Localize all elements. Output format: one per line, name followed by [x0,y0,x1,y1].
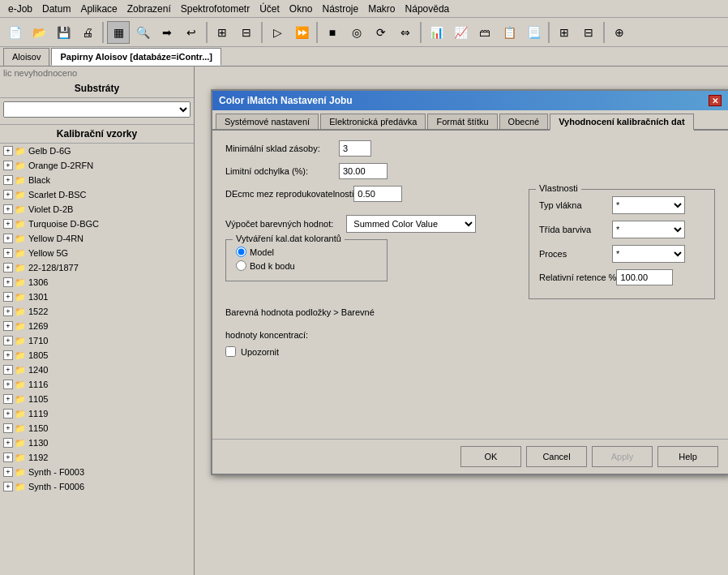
tab-aloisov[interactable]: Aloisov [3,48,49,66]
substrates-section: Substráty [0,79,194,125]
menu-okno[interactable]: Okno [285,2,318,16]
grid3-button[interactable]: ⊞ [553,21,576,44]
tree-item[interactable]: +📁1119 [0,406,194,421]
menu-ucet[interactable]: Účet [255,2,285,16]
view-button[interactable]: ▦ [107,21,130,44]
menu-nastroje[interactable]: Nástroje [318,2,364,16]
bottom-section: Barevná hodnota podložky > Barevné hodno… [225,307,503,357]
proces-select[interactable]: * [612,245,685,263]
tree-item[interactable]: +📁Synth - F0003 [0,465,194,479]
search-button[interactable]: 🔍 [131,21,154,44]
bottom-text-1: Barevná hodnota podložky > Barevné [225,307,503,317]
typ-vlakna-select[interactable]: * [612,196,685,214]
rotate-button[interactable]: ⟳ [370,21,392,44]
grid-button[interactable]: ⊞ [211,21,233,44]
menu-makro[interactable]: Makro [363,2,400,16]
dialog-tab-elektronicka[interactable]: Elektronická předávka [320,114,426,129]
tree-item[interactable]: +📁1269 [0,319,194,333]
new-button[interactable]: 📄 [3,21,26,44]
menu-zobrazeni[interactable]: Zobrazení [122,2,176,16]
dialog-right: Vlastnosti Typ vlákna * Třída barviva * [529,140,715,363]
media-button[interactable]: ▷ [266,21,289,44]
tree-item[interactable]: +📁22-128/1877 [0,260,194,275]
open-button[interactable]: 📂 [28,21,50,44]
tree-item[interactable]: +📁Gelb D-6G [0,144,194,158]
extra-button[interactable]: ⊕ [608,21,631,44]
print-button[interactable]: 🖨 [76,21,99,44]
ok-button[interactable]: OK [460,446,521,467]
menu-ejob[interactable]: e-Job [3,2,37,16]
tree-item[interactable]: +📁1522 [0,304,194,319]
dialog-tab-vyhodnoceni[interactable]: Vyhodnocení kalibračních dat [550,114,693,131]
tree-item[interactable]: +📁1301 [0,290,194,304]
tree-item[interactable]: +📁Black [0,173,194,187]
chart-button[interactable]: 📈 [449,21,472,44]
limitni-input[interactable] [339,163,388,179]
substrate-select[interactable] [3,101,191,118]
tree-item[interactable]: +📁Yellow D-4RN [0,231,194,246]
dialog-tab-format[interactable]: Formát štítku [427,114,497,129]
tree-item[interactable]: +📁Orange D-2RFN [0,158,194,173]
help-button[interactable]: Help [657,446,718,467]
trida-barviva-select[interactable]: * [612,221,685,238]
menu-aplikace[interactable]: Aplikace [75,2,122,16]
media2-button[interactable]: ⏩ [290,21,313,44]
undo-button[interactable]: ↩ [180,21,203,44]
measure-button[interactable]: ⇔ [394,21,417,44]
menu-datum[interactable]: Datum [37,2,75,16]
tree-item[interactable]: +📁1130 [0,436,194,450]
relativni-input[interactable] [616,269,673,285]
limitni-label: Limitní odchylka (%): [225,166,339,176]
radio-model[interactable] [236,247,246,257]
tree-container[interactable]: +📁Gelb D-6G+📁Orange D-2RFN+📁Black+📁Scarl… [0,144,194,533]
table-button[interactable]: 📋 [498,21,520,44]
tree-item[interactable]: +📁1805 [0,348,194,363]
radio-model-row: Model [236,247,377,257]
grid4-button[interactable]: ⊟ [577,21,600,44]
apply-button[interactable]: Apply [592,446,653,467]
menu-napoveda[interactable]: Nápověda [400,2,455,16]
dialog-tab-obecne[interactable]: Obecné [499,114,549,129]
tree-item[interactable]: +📁1150 [0,421,194,436]
dialog-tabs: Systémové nastavení Elektronická předávk… [212,110,728,131]
tree-item[interactable]: +📁1710 [0,333,194,348]
tree-item[interactable]: +📁Turquoise D-BGC [0,217,194,231]
circle-button[interactable]: ◎ [345,21,368,44]
arrow-button[interactable]: ➡ [156,21,178,44]
bottom-text-2: hodnoty koncentrací: [225,330,503,340]
tab-papirny-label: Papirny Aloisov [databáze=iContr...] [60,52,212,62]
cancel-button[interactable]: Cancel [526,446,587,467]
spectro-button[interactable]: 📊 [425,21,448,44]
radio-model-label: Model [250,247,274,257]
upozornit-checkbox[interactable] [225,346,236,357]
tabs-row: Aloisov Papirny Aloisov [databáze=iContr… [0,47,728,67]
toolbar-sep-1 [102,22,104,43]
dialog-tab-systemove[interactable]: Systémové nastavení [216,114,319,129]
tree-item[interactable]: +📁Yellow 5G [0,246,194,260]
tree-item[interactable]: +📁1192 [0,450,194,465]
limitni-row: Limitní odchylka (%): [225,163,503,179]
dialog-left: Minimální sklad zásoby: Limitní odchylka… [225,140,503,363]
left-panel: lic nevyhodnoceno Substráty Kalibrační v… [0,67,195,575]
tree-item[interactable]: +📁1240 [0,363,194,377]
tree-item[interactable]: +📁1116 [0,377,194,392]
radio-bod[interactable] [236,260,246,271]
tree-item[interactable]: +📁1306 [0,275,194,290]
data-button[interactable]: 🗃 [473,21,496,44]
black-square-button[interactable]: ■ [321,21,344,44]
save-button[interactable]: 💾 [52,21,75,44]
tree-item[interactable]: +📁Scarlet D-BSC [0,187,194,202]
menu-spektrofotometr[interactable]: Spektrofotometr [176,2,255,16]
tab-papirny[interactable]: Papirny Aloisov [databáze=iContr...] [51,48,221,66]
list-button[interactable]: 📃 [522,21,545,44]
tree-item[interactable]: +📁Violet D-2B [0,202,194,217]
dialog-close-button[interactable]: ✕ [709,95,722,106]
decmc-input[interactable] [353,186,402,202]
tab-aloisov-label: Aloisov [12,52,41,62]
tree-item[interactable]: +📁Synth - F0006 [0,479,194,494]
min-sklad-input[interactable] [339,140,371,157]
vypocet-select[interactable]: Summed Color Value Average Color Value [346,215,476,233]
typ-vlakna-label: Typ vlákna [539,200,612,210]
grid2-button[interactable]: ⊟ [235,21,258,44]
tree-item[interactable]: +📁1105 [0,392,194,406]
